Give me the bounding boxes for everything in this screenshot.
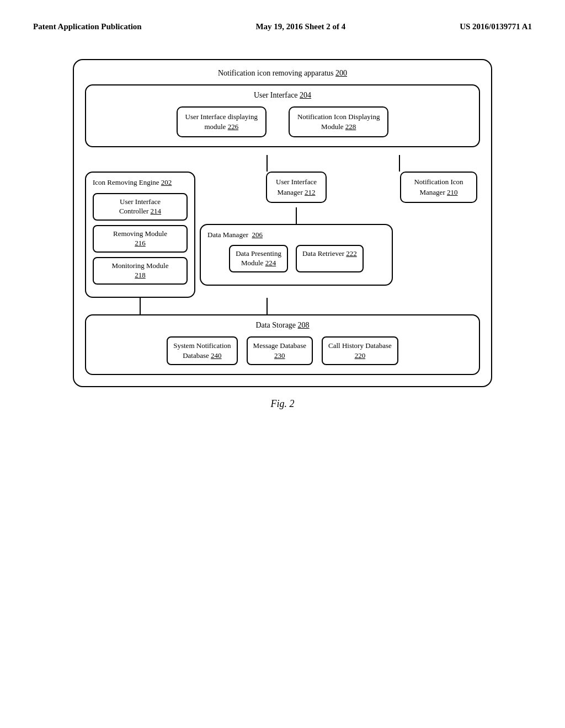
middle-row: Icon Removing Engine 202 User Interface …: [85, 172, 480, 297]
header-middle: May 19, 2016 Sheet 2 of 4: [255, 22, 345, 31]
ui-modules-row: User Interface displaying module 226 Not…: [95, 106, 470, 137]
data-presenting-box: Data Presenting Module 224: [229, 245, 288, 272]
ui-controller-box: User Interface Controller 214: [93, 193, 188, 221]
diagram-area: Notification icon removing apparatus 200…: [0, 48, 565, 421]
engine-label: Icon Removing Engine 202: [93, 178, 188, 188]
middle-center: User Interface Manager 212 Data Manager …: [195, 172, 397, 285]
engine-box: Icon Removing Engine 202 User Interface …: [85, 172, 195, 297]
fig-caption: Fig. 2: [271, 398, 295, 410]
ui-label: User Interface 204: [95, 91, 470, 100]
middle-right: Notification Icon Manager 210: [397, 172, 480, 202]
header-right: US 2016/0139771 A1: [460, 22, 532, 31]
sys-notif-db-box: System Notification Database 240: [167, 336, 237, 365]
monitoring-module-box: Monitoring Module 218: [93, 257, 188, 285]
data-manager-label: Data Manager 206: [207, 231, 385, 239]
connector-svg-1: [85, 155, 482, 172]
connector-svg-2: [85, 298, 482, 314]
ui-box: User Interface 204 User Interface displa…: [85, 84, 480, 147]
page-header: Patent Application Publication May 19, 2…: [0, 0, 565, 42]
data-retriever-box: Data Retriever 222: [296, 245, 364, 272]
ui-manager-box: User Interface Manager 212: [266, 172, 327, 202]
data-manager-box: Data Manager 206 Data Presenting Module …: [200, 224, 393, 286]
storage-label: Data Storage 208: [95, 321, 470, 330]
storage-box: Data Storage 208 System Notification Dat…: [85, 314, 480, 375]
notif-icon-displaying-module-box: Notification Icon Displaying Module 228: [289, 106, 388, 137]
apparatus-box: Notification icon removing apparatus 200…: [73, 59, 492, 387]
data-manager-inner-row: Data Presenting Module 224 Data Retrieve…: [207, 245, 385, 277]
v-connector-center: [296, 207, 297, 224]
msg-db-box: Message Database 230: [247, 336, 313, 365]
notif-manager-box: Notification Icon Manager 210: [400, 172, 477, 202]
storage-items-row: System Notification Database 240 Message…: [95, 336, 470, 365]
apparatus-label: Notification icon removing apparatus 200: [85, 69, 480, 78]
call-history-db-box: Call History Database 220: [322, 336, 398, 365]
removing-module-box: Removing Module 216: [93, 225, 188, 253]
header-left: Patent Application Publication: [33, 22, 142, 31]
ui-displaying-module-box: User Interface displaying module 226: [177, 106, 266, 137]
